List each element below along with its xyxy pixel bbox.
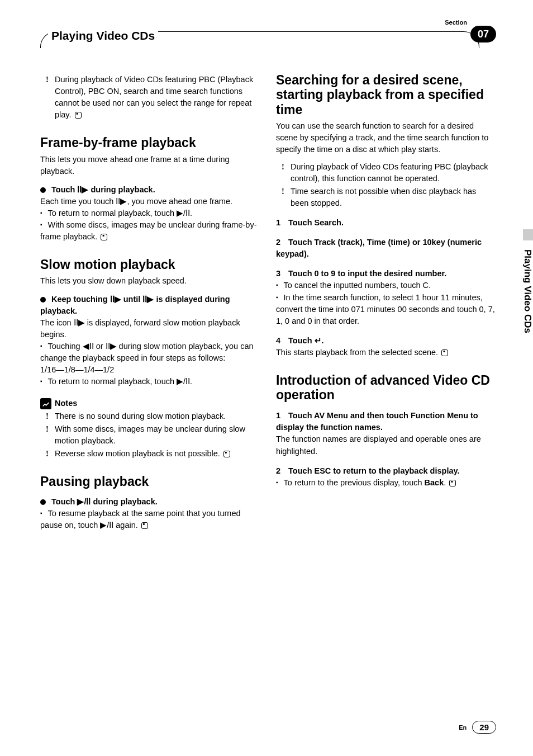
frame-bullet-1: To return to normal playback, touch ▶/ⅠⅠ… <box>40 207 260 219</box>
page-header: Section 07 Playing Video CDs <box>40 31 496 50</box>
right-column: Searching for a desired scene, starting … <box>276 73 496 531</box>
language-label: En <box>459 724 467 731</box>
adv-step-2: 2Touch ESC to return to the playback dis… <box>276 465 496 477</box>
notes-header: Notes <box>40 398 260 409</box>
end-icon <box>101 234 107 240</box>
end-icon <box>449 480 456 486</box>
search-step-3-b1: To cancel the inputted numbers, touch C. <box>276 280 496 291</box>
search-step-1: 1Touch Search. <box>276 217 496 229</box>
pause-bullet-1: To resume playback at the same point tha… <box>40 508 260 531</box>
search-step-3: 3Touch 0 to 9 to input the desired numbe… <box>276 268 496 280</box>
slow-bullet-2: To return to normal playback, touch ▶/ⅠⅠ… <box>40 376 260 388</box>
side-tab-label: Playing Video CDs <box>521 246 533 337</box>
heading-search: Searching for a desired scene, starting … <box>276 73 496 117</box>
slow-intro: This lets you slow down playback speed. <box>40 275 260 287</box>
search-intro: You can use the search function to searc… <box>276 120 496 155</box>
chapter-title: Playing Video CDs <box>48 29 158 42</box>
search-step-2: 2Touch Track (track), Time (time) or 10k… <box>276 237 496 260</box>
left-column: During playback of Video CDs featuring P… <box>40 73 260 531</box>
frame-intro: This lets you move ahead one frame at a … <box>40 154 260 177</box>
end-icon <box>223 451 230 457</box>
note-2: With some discs, images may be unclear d… <box>40 423 260 447</box>
heading-pausing: Pausing playback <box>40 474 260 489</box>
bullet-circle-icon <box>40 187 46 193</box>
frame-step-body: Each time you touch ⅠⅠ▶, you move ahead … <box>40 196 260 207</box>
slow-speeds: 1/16—1/8—1/4—1/2 <box>40 364 260 376</box>
section-label: Section <box>445 19 467 26</box>
notes-label: Notes <box>55 398 77 409</box>
page-footer: En 29 <box>459 721 496 734</box>
notes-icon <box>40 398 51 409</box>
note-1: There is no sound during slow motion pla… <box>40 410 260 422</box>
heading-frame-by-frame: Frame-by-frame playback <box>40 135 260 150</box>
frame-bullet-2: With some discs, images may be unclear d… <box>40 219 260 243</box>
end-icon <box>75 112 82 119</box>
search-note-2: Time search is not possible when disc pl… <box>276 186 496 209</box>
search-step-3-b2: In the time search function, to select 1… <box>276 292 496 327</box>
heading-slow-motion: Slow motion playback <box>40 257 260 272</box>
slow-step-head: Keep touching ⅠⅠ▶ until ⅠⅠ▶ is displayed… <box>40 294 260 317</box>
adv-step-1-body: The function names are displayed and ope… <box>276 433 496 457</box>
search-note-1: During playback of Video CDs featuring P… <box>276 161 496 185</box>
content-columns: During playback of Video CDs featuring P… <box>40 73 496 531</box>
frame-step-head: Touch ⅠⅠ▶ during playback. <box>40 184 260 196</box>
pause-step-head: Touch ▶/ⅠⅠ during playback. <box>40 496 260 508</box>
side-gray-tab <box>523 229 533 240</box>
note-3: Reverse slow motion playback is not poss… <box>40 448 260 460</box>
heading-advanced: Introduction of advanced Video CD operat… <box>276 373 496 403</box>
chapter-number: 07 <box>478 29 489 40</box>
adv-step-2-b1: To return to the previous display, touch… <box>276 477 496 489</box>
slow-step-body: The icon ⅠⅠ▶ is displayed, forward slow … <box>40 317 260 341</box>
adv-step-1: 1Touch AV Menu and then touch Function M… <box>276 410 496 433</box>
end-icon <box>441 349 448 356</box>
bullet-circle-icon <box>40 297 46 303</box>
page-number: 29 <box>472 721 496 734</box>
slow-bullet-1: Touching ◀ⅠⅠ or ⅠⅠ▶ during slow motion p… <box>40 341 260 364</box>
bullet-circle-icon <box>40 499 46 505</box>
end-icon <box>141 522 148 529</box>
search-step-4-body: This starts playback from the selected s… <box>276 347 496 358</box>
search-step-4: 4Touch ↵. <box>276 335 496 347</box>
page: Section 07 Playing Video CDs Playing Vid… <box>0 0 533 756</box>
pbc-note: During playback of Video CDs featuring P… <box>40 74 260 121</box>
